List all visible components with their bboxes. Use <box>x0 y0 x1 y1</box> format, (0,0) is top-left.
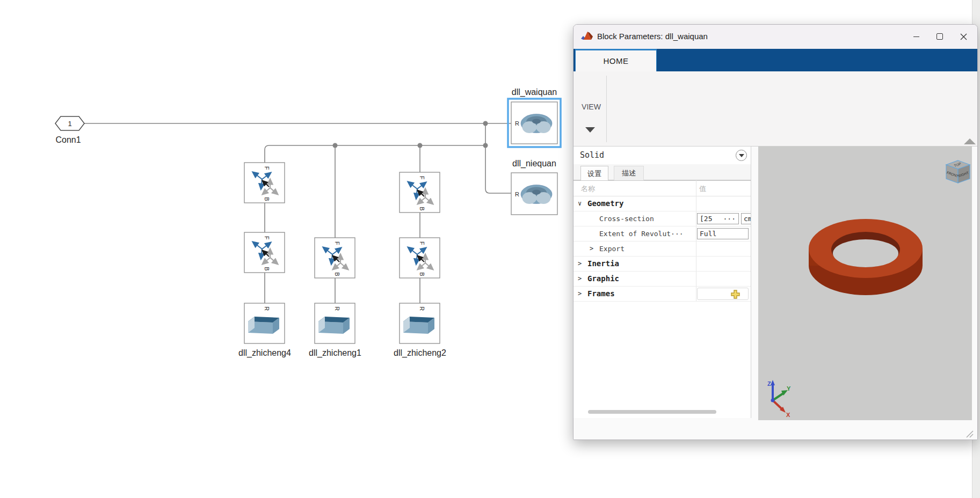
param-row-extent[interactable]: Extent of Revolut··· Full <box>574 226 751 241</box>
block-dll-zhicheng4[interactable]: R dll_zhicheng4 <box>238 303 291 358</box>
block-label: dll_zhicheng4 <box>238 348 291 358</box>
block-label: dll_zhicheng2 <box>394 348 446 358</box>
port-F: F <box>264 236 270 240</box>
brick-solid-icon <box>318 317 350 334</box>
tab-description[interactable]: 描述 <box>614 166 644 180</box>
brick-solid-icon <box>248 317 279 334</box>
conn-port-number: 1 <box>68 120 71 128</box>
ribbon-tab-strip: HOME <box>574 49 977 71</box>
param-row-frames[interactable]: > Frames <box>574 287 751 302</box>
close-button[interactable] <box>952 28 975 45</box>
block-rigid-transform-4[interactable]: F B <box>400 172 440 213</box>
matlab-logo-icon <box>581 31 593 42</box>
block-rigid-transform-1[interactable]: F B <box>244 163 285 203</box>
block-label: dll_niequan <box>512 159 556 169</box>
close-icon <box>960 33 967 40</box>
tab-settings[interactable]: 设置 <box>580 166 608 181</box>
block-label: dll_zhicheng1 <box>309 348 361 358</box>
param-label: Inertia <box>587 259 619 268</box>
dialog-content: Solid 设置 描述 名称 值 ∨ Geometry <box>574 147 977 440</box>
solid-preview-viewport[interactable]: TOP FRONT RIGHT Z Y <box>758 147 972 420</box>
chevron-collapsed-icon[interactable]: > <box>578 290 582 297</box>
port-B: B <box>264 267 270 270</box>
table-header-row: 名称 值 <box>574 180 751 196</box>
axis-label-y: Y <box>787 385 791 392</box>
param-row-graphic[interactable]: > Graphic <box>574 272 751 287</box>
ribbon-toolstrip: VIEW <box>574 71 977 147</box>
param-row-inertia[interactable]: > Inertia <box>574 257 751 272</box>
port-B: B <box>419 207 425 210</box>
dialog-titlebar[interactable]: Block Parameters: dll_waiquan <box>574 25 977 49</box>
view-dropdown-icon[interactable] <box>585 127 595 133</box>
port-R: R <box>264 306 270 311</box>
axis-label-z: Z <box>767 380 771 387</box>
expand-value-icon[interactable]: ··· <box>723 215 736 223</box>
maximize-icon <box>937 33 943 40</box>
block-rigid-transform-2[interactable]: F B <box>244 232 285 273</box>
panel-menu-button[interactable] <box>736 150 747 161</box>
block-dll-waiquan[interactable]: dll_waiquan R <box>508 87 561 147</box>
connection-wires[interactable] <box>84 121 511 304</box>
brick-solid-icon <box>403 317 434 334</box>
port-R: R <box>515 120 519 127</box>
add-frame-area <box>697 288 749 300</box>
chevron-collapsed-icon[interactable]: > <box>590 245 593 252</box>
view-cube[interactable]: TOP FRONT RIGHT <box>946 160 970 183</box>
conn-port-1[interactable]: 1 Conn1 <box>55 116 84 144</box>
add-frame-button[interactable] <box>731 290 740 299</box>
param-row-cross-section[interactable]: Cross-section [25 ··· cm <box>574 211 751 226</box>
chevron-collapsed-icon[interactable]: > <box>578 260 582 267</box>
column-value: 值 <box>699 184 706 194</box>
port-F: F <box>419 241 425 245</box>
revolved-solid-icon <box>521 185 552 204</box>
unit-select[interactable]: cm <box>741 213 751 224</box>
panel-title: Solid <box>580 150 604 160</box>
dialog-resize-grip[interactable] <box>963 428 974 438</box>
ring-solid-3d <box>809 219 923 295</box>
port-B: B <box>264 197 270 201</box>
conn-port-label: Conn1 <box>55 135 81 144</box>
extent-value-field[interactable]: Full <box>697 228 749 239</box>
block-rigid-transform-5[interactable]: F B <box>400 238 440 278</box>
param-label: Graphic <box>587 274 619 283</box>
chevron-expanded-icon[interactable]: ∨ <box>578 200 582 207</box>
chevron-collapsed-icon[interactable]: > <box>578 275 582 282</box>
tab-home[interactable]: HOME <box>575 49 657 71</box>
block-rigid-transform-3[interactable]: F B <box>315 238 355 278</box>
horizontal-scrollbar-thumb[interactable] <box>588 410 716 414</box>
maximize-button[interactable] <box>928 28 952 45</box>
port-R: R <box>334 306 340 311</box>
panel-tab-bar: 设置 描述 <box>574 164 751 180</box>
block-dll-niequan[interactable]: dll_niequan R <box>511 159 557 215</box>
port-F: F <box>334 241 340 245</box>
param-label: Frames <box>587 289 615 298</box>
port-R: R <box>419 306 425 311</box>
revolved-solid-icon <box>521 114 552 134</box>
param-row-export[interactable]: > Export <box>574 241 751 257</box>
axis-label-x: X <box>786 412 790 418</box>
block-dll-zhicheng1[interactable]: R dll_zhicheng1 <box>309 303 361 358</box>
model-canvas[interactable]: 1 Conn1 dll_waiquan R dll_niequan R F B <box>0 0 591 498</box>
param-label: Extent of Revolut··· <box>599 230 684 238</box>
collapse-pane-icon[interactable] <box>964 138 976 144</box>
axis-triad: Z Y X <box>767 380 791 418</box>
dialog-title: Block Parameters: dll_waiquan <box>597 32 708 41</box>
chevron-down-icon <box>739 154 744 157</box>
port-R: R <box>515 191 519 197</box>
column-name: 名称 <box>581 184 595 194</box>
value-text: Full <box>700 230 716 238</box>
port-F: F <box>419 176 425 180</box>
view-section-label: VIEW <box>579 102 604 111</box>
toolstrip-divider <box>606 76 607 142</box>
cross-section-value-field[interactable]: [25 ··· <box>697 213 739 224</box>
param-label: Cross-section <box>599 215 654 223</box>
param-label: Export <box>599 245 625 253</box>
value-text: [25 <box>698 215 712 223</box>
minimize-button[interactable] <box>904 28 928 45</box>
port-F: F <box>264 166 270 170</box>
unit-text: cm <box>744 215 751 223</box>
screen: 1 Conn1 dll_waiquan R dll_niequan R F B <box>0 0 980 498</box>
param-row-geometry[interactable]: ∨ Geometry <box>574 196 751 211</box>
block-dll-zhicheng2[interactable]: R dll_zhicheng2 <box>394 303 446 358</box>
param-label: Geometry <box>587 199 623 208</box>
